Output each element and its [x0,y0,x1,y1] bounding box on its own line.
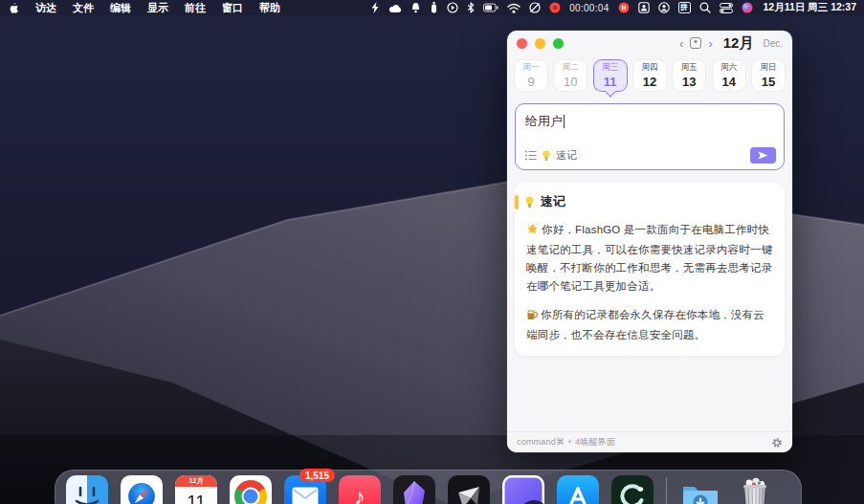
weekday-label: 周一 [523,62,540,74]
menu-go[interactable]: 前往 [185,1,206,15]
prev-week-button[interactable]: ‹ [679,37,683,50]
menu-help[interactable]: 帮助 [259,1,280,15]
send-button[interactable] [750,147,776,164]
battery-icon[interactable] [483,2,498,14]
weekday-label: 周三 [602,62,618,74]
note-input[interactable]: 给用户 速记 [515,103,785,170]
date-label: 10 [564,75,577,89]
note-title: 速记 [541,193,565,210]
day-card-mon[interactable]: 周一 9 [514,59,548,92]
note-paragraph-2: 你所有的记录都会永久保存在你本地，没有云端同步，也不会存在信息安全问题。 [526,306,773,344]
play-circle-icon[interactable] [447,2,458,14]
siri-icon[interactable] [742,2,753,14]
search-icon[interactable] [699,2,711,14]
clapping-hands-icon [526,223,539,241]
user-circle-icon[interactable] [658,2,670,14]
date-label: 14 [721,75,735,89]
menu-bar: 访达 文件 编辑 显示 前往 窗口 帮助 [0,0,864,15]
weekday-label: 周六 [720,62,737,74]
next-week-button[interactable]: › [708,37,712,50]
weekday-label: 周四 [641,62,657,74]
user-square-icon[interactable] [638,2,650,14]
day-card-thu[interactable]: 周四 12 [632,59,667,92]
dock-mail[interactable]: 1,515 [284,475,326,504]
today-button[interactable] [690,37,701,49]
3d-shape-icon [448,475,490,504]
pause-button-icon[interactable] [618,2,630,14]
bell-icon[interactable] [410,2,421,14]
month-title-en: Dec. [763,38,783,49]
date-label: 9 [527,75,534,89]
record-button-icon[interactable] [549,2,561,14]
weekday-label: 周日 [760,62,776,74]
weekday-label: 周五 [681,62,698,74]
dock-safari[interactable] [121,475,163,504]
calendar-day: 11 [175,487,217,504]
control-center-icon[interactable] [720,2,733,14]
lightbulb-icon [542,150,551,162]
downloads-folder-icon [679,475,721,504]
obsidian-icon [393,475,435,504]
dock-finder[interactable] [66,475,108,504]
music-icon: ♪ [339,475,381,504]
beer-mug-icon [526,308,538,326]
settings-gear-icon[interactable] [771,437,783,449]
lightbulb-icon [524,196,535,208]
note-paragraph-1: 你好，FlashGO 是一款面向于在电脑工作时快速笔记的工具，可以在你需要快速记… [526,221,773,296]
lightning-icon[interactable] [370,2,380,14]
menu-file[interactable]: 文件 [73,1,94,15]
wifi-icon[interactable] [507,2,521,14]
month-title: 12月 [723,34,754,53]
dock-chrome[interactable] [230,475,272,504]
flashgo-icon [502,475,544,504]
dock-flashgo[interactable] [502,475,544,504]
note-input-value: 给用户 [525,113,563,130]
day-card-sun[interactable]: 周日 15 [751,59,786,92]
menu-view[interactable]: 显示 [147,1,168,15]
date-label: 11 [604,75,617,89]
dock-downloads[interactable] [679,475,721,504]
dock-music[interactable]: ♪ [339,475,381,504]
weekday-label: 周二 [563,62,579,74]
minimize-button[interactable] [535,38,545,49]
desktop: 访达 文件 编辑 显示 前往 窗口 帮助 [0,0,864,504]
compass-slash-icon[interactable] [529,2,541,14]
dock-3d-shape-app[interactable] [448,475,490,504]
dock-obsidian[interactable] [393,475,435,504]
dock-proxy-c-app[interactable] [611,475,654,504]
calendar-icon: 12月 11 [175,475,217,504]
dock-app-store[interactable] [557,475,599,504]
list-mode-icon[interactable] [525,150,537,161]
recording-timer: 00:00:04 [569,3,609,13]
trash-full-icon [734,475,776,504]
bluetooth-icon[interactable] [467,2,475,14]
menu-finder[interactable]: 访达 [35,1,56,15]
mode-label: 速记 [556,148,577,163]
pinyin-input-icon[interactable]: 拼 [678,2,691,13]
cloud-icon[interactable] [388,2,402,14]
dock-calendar[interactable]: 12月 11 [175,475,217,504]
day-card-fri[interactable]: 周五 13 [672,59,706,92]
finder-icon [66,475,108,504]
menubar-clock[interactable]: 12月11日 周三 12:37 [764,1,856,14]
close-button[interactable] [517,38,527,49]
zoom-button[interactable] [553,38,564,49]
window-header: ‹ › 12月 Dec. [507,31,792,55]
flashgo-window: ‹ › 12月 Dec. 周一 9 周二 10 周三 11 周四 12 [507,31,792,452]
traffic-lights [517,38,564,49]
proxy-c-icon [611,475,654,504]
apple-menu-icon[interactable] [8,2,19,14]
day-card-wed-selected[interactable]: 周三 11 [593,59,628,92]
shortcut-hint: command⌘ + 4唤醒界面 [517,436,615,449]
day-card-sat[interactable]: 周六 14 [712,59,746,92]
text-cursor [564,115,565,128]
date-label: 15 [762,75,775,89]
date-label: 13 [682,75,696,89]
chrome-icon [230,475,272,504]
bottle-icon[interactable] [430,2,438,14]
menu-window[interactable]: 窗口 [222,1,243,15]
dock-trash[interactable] [734,475,776,504]
week-strip: 周一 9 周二 10 周三 11 周四 12 周五 13 周六 14 [507,55,792,99]
menu-edit[interactable]: 编辑 [110,1,131,15]
day-card-tue[interactable]: 周二 10 [553,59,587,92]
